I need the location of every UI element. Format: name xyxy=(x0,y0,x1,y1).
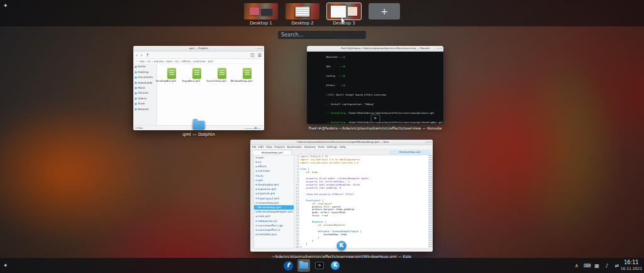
tree-item[interactable]: WindowHeapDelegate.qml xyxy=(254,209,294,214)
tree-item[interactable]: metadata.json xyxy=(254,232,294,237)
desktop-thumbnail-3[interactable]: Desktop 3 xyxy=(327,3,361,26)
places-item-label: Downloads xyxy=(138,80,152,85)
places-item[interactable]: Desktop xyxy=(133,69,157,74)
close-icon[interactable]: × xyxy=(430,141,431,144)
minimize-icon[interactable]: – xyxy=(425,141,426,144)
audio-volume-icon[interactable]: ♪ xyxy=(604,263,610,269)
search-input[interactable] xyxy=(278,31,366,39)
dolphin-toolbar: ‹ › ↑ ◫ ☰ xyxy=(133,52,264,59)
tree-item[interactable]: ExpoArea.qml xyxy=(254,187,294,191)
konsole-titlebar: fhek!#@fedora:~/kde/src/plasma/kwin/src/… xyxy=(307,46,443,52)
desktop-1-preview[interactable] xyxy=(244,3,278,20)
tree-item[interactable]: overvieweffect.h xyxy=(254,228,294,232)
desktop-thumbnail-2[interactable]: Desktop 2 xyxy=(286,3,319,26)
document-switcher[interactable]: WindowHeap.qml xyxy=(389,150,430,155)
clipboard-icon[interactable]: ▦ xyxy=(594,263,600,269)
menu-item[interactable]: Projects xyxy=(274,145,285,150)
places-item[interactable]: Downloads xyxy=(133,80,157,85)
close-icon[interactable]: × xyxy=(261,47,263,50)
maximize-icon[interactable]: ▫ xyxy=(426,141,428,144)
minimap-scrollbar[interactable] xyxy=(428,155,433,248)
file-item[interactable]: ExpoArea.qml xyxy=(186,68,208,85)
code-editor[interactable]: import QtQuick 2.15import org.kde.kwin 3… xyxy=(294,155,428,248)
menu-item[interactable]: View xyxy=(266,145,272,150)
tree-item[interactable]: overview xyxy=(254,169,294,174)
maximize-icon[interactable]: ▫ xyxy=(258,47,260,50)
tree-item[interactable]: ExpoCell.qml xyxy=(254,192,294,196)
forward-icon[interactable]: › xyxy=(141,53,143,58)
task-dolphin[interactable] xyxy=(297,259,310,272)
places-item-label: Videos xyxy=(138,96,147,101)
close-icon[interactable]: × xyxy=(440,47,442,50)
zoom-slider[interactable] xyxy=(245,128,261,129)
app-launcher-fedora[interactable]: f xyxy=(282,259,294,272)
menu-item[interactable]: Sessions xyxy=(304,145,316,150)
kate-logo-icon: K xyxy=(331,261,340,270)
places-item-label: Home xyxy=(138,64,145,69)
task-manager: f > K xyxy=(282,259,341,272)
mini-window xyxy=(331,6,346,18)
task-kate[interactable]: K xyxy=(329,259,341,272)
document-tab[interactable]: WindowHeap.qml xyxy=(252,150,292,155)
status-text: 4 Files xyxy=(135,126,143,129)
tree-item[interactable]: DesktopBar.qml xyxy=(254,182,294,187)
clock-time: 16:11 xyxy=(621,260,642,266)
tray-expander-icon[interactable]: ∧ xyxy=(574,263,580,269)
places-item[interactable]: Network xyxy=(133,106,157,111)
task-konsole[interactable]: > xyxy=(313,259,326,272)
desktop-thumbnail-1[interactable]: Desktop 1 xyxy=(244,3,278,26)
location-breadcrumb[interactable]: ~ › kde › src › plasma › kwin › src › ef… xyxy=(133,59,264,64)
back-icon[interactable]: ‹ xyxy=(136,53,138,58)
menu-item[interactable]: File xyxy=(252,145,256,150)
tree-item[interactable]: WindowHeap.qml xyxy=(254,205,294,209)
places-item[interactable]: Trash xyxy=(133,101,157,106)
window-thumbnail-dolphin[interactable]: qml — Dolphin – ▫ × ‹ › ↑ ◫ ☰ ~ › kde › … xyxy=(133,46,264,130)
tree-item[interactable]: ScreenView.qml xyxy=(254,201,294,205)
tree-item[interactable]: kcm xyxy=(254,174,294,178)
digital-clock[interactable]: 16:11 16.11.2021 xyxy=(621,260,642,270)
menu-item[interactable]: Tools xyxy=(318,145,324,150)
window-thumbnail-kate[interactable]: ~/kde/src/plasma/kwin/src/effects/overvi… xyxy=(250,140,433,252)
network-icon[interactable]: ⇄ xyxy=(614,263,620,269)
places-item[interactable]: Videos xyxy=(133,96,157,101)
places-item[interactable]: Home xyxy=(133,64,157,69)
window-thumbnail-konsole[interactable]: fhek!#@fedora:~/kde/src/plasma/kwin/src/… xyxy=(307,46,443,124)
up-icon[interactable]: ↑ xyxy=(146,53,150,58)
add-desktop-button[interactable]: + xyxy=(369,3,400,20)
minimize-icon[interactable]: – xyxy=(256,47,257,50)
file-item[interactable]: ScreenView.qml xyxy=(211,68,233,85)
tree-item[interactable]: src xyxy=(254,160,294,164)
tree-item[interactable]: qml xyxy=(254,178,294,182)
menu-item[interactable]: Help xyxy=(340,145,346,150)
places-item[interactable]: Music xyxy=(133,86,157,91)
terminal-line: -- Install configuration: "Debug" xyxy=(309,99,441,109)
tree-item[interactable]: CMakeLists.txt xyxy=(254,219,294,223)
places-item[interactable]: Pictures xyxy=(133,91,157,96)
desktop-2-preview[interactable] xyxy=(286,3,319,20)
konsole-window-body: fhek!#@fedora:~/kde/src/plasma/kwin/src/… xyxy=(307,46,443,124)
tree-item[interactable]: overvieweffect.cpp xyxy=(254,223,294,228)
tree-item[interactable]: ExpoLayout.qml xyxy=(254,196,294,201)
tree-item[interactable]: effects xyxy=(254,164,294,169)
hamburger-menu-icon[interactable]: ☰ xyxy=(258,53,262,58)
file-item[interactable]: DesktopBar.qml xyxy=(160,68,183,85)
desktop-3-preview[interactable] xyxy=(327,3,361,20)
minimize-icon[interactable]: – xyxy=(435,47,436,50)
mini-window xyxy=(261,9,272,16)
file-item[interactable]: WindowHeap.qml xyxy=(236,68,258,85)
tree-item[interactable]: kwin xyxy=(254,155,294,160)
split-view-icon[interactable]: ◫ xyxy=(250,53,255,58)
tree-item[interactable]: main.qml xyxy=(254,214,294,219)
desktop-list: Desktop 1 Desktop 2 Desktop 3 + xyxy=(0,0,644,26)
menu-item[interactable]: Bookmarks xyxy=(287,145,302,150)
menu-item[interactable]: Edit xyxy=(258,145,264,150)
menu-item[interactable]: Settings xyxy=(326,145,337,150)
plasma-corner-star-icon: ✦ xyxy=(3,3,8,9)
system-tray: ∧ ⌨ ▦ ♪ ⇄ xyxy=(574,258,620,273)
keyboard-layout-icon[interactable]: ⌨ xyxy=(584,263,590,269)
plasma-corner-star-icon: ✦ xyxy=(3,262,8,269)
maximize-icon[interactable]: ▫ xyxy=(437,47,439,50)
plasma-overview-screen: ✦ Desktop 1 Desktop 2 Deskt xyxy=(0,0,644,273)
terminal-view[interactable]: Manifest : ok Qml : ok Config : ok Effec… xyxy=(307,52,443,124)
places-item[interactable]: Documents xyxy=(133,75,157,80)
